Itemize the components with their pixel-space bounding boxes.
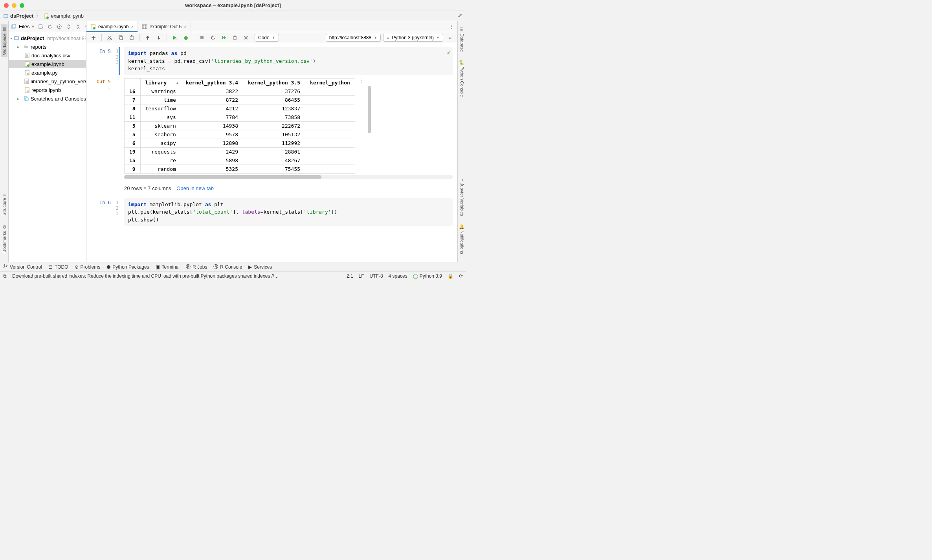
close-window-button[interactable] [4, 3, 9, 8]
cut-button[interactable] [105, 33, 114, 42]
cell-type-selector[interactable]: Code ▼ [255, 34, 279, 42]
code-cell-in5[interactable]: In 5 123 ✔ import pandas as pd kernel_st… [91, 47, 453, 75]
kernel-selector[interactable]: ○ Python 3 (ipykernel) ▼ [383, 34, 443, 42]
tool-todo[interactable]: ☲ TODO [48, 264, 68, 270]
sync-icon[interactable]: ⟳ [459, 273, 463, 279]
status-encoding[interactable]: UTF-8 [370, 273, 383, 279]
status-line-sep[interactable]: LF [359, 273, 364, 279]
toolbar-overflow-icon[interactable]: » [446, 33, 455, 42]
table-header-kp34[interactable]: kernel_python 3.4 [181, 78, 243, 87]
tab-example-out5[interactable]: example: Out 5 × [138, 21, 191, 32]
status-cursor-pos[interactable]: 2:1 [347, 273, 353, 279]
table-row[interactable]: 5seaborn9578105132 [125, 130, 355, 139]
svg-point-24 [27, 73, 29, 75]
tool-terminal-label: Terminal [162, 264, 180, 270]
clear-output-button[interactable] [241, 33, 251, 42]
tool-problems[interactable]: ⊘ Problems [75, 264, 101, 270]
target-icon[interactable] [56, 23, 63, 30]
table-row[interactable]: 8tensorflow4212123837 [125, 104, 355, 113]
close-tab-icon[interactable]: × [131, 24, 133, 29]
table-row[interactable]: 9random532575455 [125, 165, 355, 173]
table-index-header[interactable] [125, 78, 141, 87]
cell-code-in5[interactable]: ✔ import pandas as pd kernel_stats = pd.… [124, 47, 453, 75]
tool-terminal[interactable]: ▣ Terminal [156, 264, 180, 270]
cell-code-in6[interactable]: import matplotlib.pyplot as plt plt.pie(… [124, 198, 453, 226]
table-row[interactable]: 3sklearn14938222672 [125, 121, 355, 130]
rail-jupyter-variables-tab[interactable]: ≡ Jupyter Variables [459, 176, 465, 218]
collapse-output-icon[interactable]: ⌄ [108, 84, 111, 90]
tree-file-doc-analytics[interactable]: doc-analytics.csv [9, 51, 86, 60]
delete-cell-button[interactable] [230, 33, 240, 42]
tool-python-packages[interactable]: ⬢ Python Packages [106, 264, 149, 270]
tool-r-jobs[interactable]: Ⓡ R Jobs [186, 264, 207, 270]
minimize-window-button[interactable] [12, 3, 17, 8]
table-scrollbar-vertical[interactable] [368, 86, 371, 133]
interrupt-button[interactable] [197, 33, 207, 42]
table-header-kp35[interactable]: kernel_python 3.5 [243, 78, 305, 87]
table-row[interactable]: 19requests242928801 [125, 147, 355, 156]
files-selector[interactable]: Files ▼ [19, 24, 35, 29]
tree-root[interactable]: ▾ dsProject http://localhost:8888 from /… [9, 34, 86, 42]
table-menu-icon[interactable]: ⋮ [355, 77, 367, 84]
server-selector[interactable]: http://localhost:8888 ▼ [326, 34, 381, 42]
rail-database-tab[interactable]: ⛁ Database [459, 24, 465, 54]
edit-pen-icon[interactable] [457, 13, 463, 18]
tab-example-ipynb[interactable]: example.ipynb × [86, 21, 138, 32]
move-down-button[interactable] [154, 33, 163, 42]
tree-scratches[interactable]: ▸ Scratches and Consoles [9, 94, 86, 103]
status-hide-icon[interactable]: ⧉ [3, 273, 7, 279]
tabs-overflow-icon[interactable]: ⋮ [446, 21, 457, 32]
tree-folder-reports[interactable]: ▸ reports [9, 42, 86, 51]
run-cell-button[interactable]: I [170, 33, 180, 42]
close-tab-icon[interactable]: × [184, 24, 186, 29]
table-header-kp-next[interactable]: kernel_python [305, 78, 355, 87]
paste-button[interactable] [127, 33, 136, 42]
tool-r-console[interactable]: Ⓡ R Console [213, 264, 242, 270]
r-icon: Ⓡ [186, 264, 191, 270]
breadcrumb-file[interactable]: example.ipynb [44, 13, 84, 19]
table-row[interactable]: 6scipy12898112992 [125, 139, 355, 147]
rail-bookmarks-tab[interactable]: Bookmarks ⎙ [1, 223, 7, 255]
table-row[interactable]: 11sys778473858 [125, 113, 355, 121]
status-interpreter[interactable]: ◯ Python 3.9 [413, 273, 442, 279]
tree-file-libraries-csv[interactable]: libraries_by_python_version.csv [9, 77, 86, 86]
table-row[interactable]: 7time872286455 [125, 95, 355, 104]
svg-rect-35 [142, 25, 147, 29]
table-scrollbar-horizontal[interactable] [124, 175, 453, 179]
dataframe-table[interactable]: library kernel_python 3.4 kernel_python … [124, 78, 355, 174]
run-all-button[interactable] [219, 33, 229, 42]
tree-file-reports-ipynb[interactable]: reports.ipynb [9, 86, 86, 94]
rail-structure-tab[interactable]: Structure ⁝⁝ [1, 191, 7, 218]
code-cell-in6[interactable]: In 6 123 import matplotlib.pyplot as plt… [91, 198, 453, 226]
table-cell-kp34: 5325 [181, 165, 243, 173]
table-cell-kp35: 75455 [243, 165, 305, 173]
expand-all-icon[interactable] [65, 23, 72, 30]
move-up-button[interactable] [143, 33, 152, 42]
window-title: workspace – example.ipynb [dsProject] [185, 2, 281, 8]
add-cell-button[interactable] [89, 33, 98, 42]
maximize-window-button[interactable] [20, 3, 24, 8]
debug-cell-button[interactable] [181, 33, 191, 42]
tool-version-control[interactable]: Version Control [3, 264, 42, 270]
breadcrumb-project[interactable]: dsProject [3, 13, 33, 19]
table-header-library[interactable]: library [140, 78, 181, 87]
notebook-file-icon [90, 24, 96, 29]
rail-python-console-tab[interactable]: 🐍 Python Console [459, 57, 465, 99]
table-row[interactable]: 16warnings382237276 [125, 87, 355, 95]
lock-icon[interactable]: 🔒 [448, 273, 453, 279]
copy-button[interactable] [116, 33, 125, 42]
status-indent[interactable]: 4 spaces [389, 273, 407, 279]
table-row[interactable]: 15re589848267 [125, 156, 355, 165]
rail-workspace-tab[interactable]: Workspace ▦ [1, 24, 7, 57]
refresh-icon[interactable] [46, 23, 53, 30]
rail-notifications-tab[interactable]: 🔔 Notifications [459, 221, 465, 256]
status-message[interactable]: Download pre-built shared indexes: Reduc… [12, 273, 279, 279]
restart-button[interactable] [208, 33, 218, 42]
tree-file-example-py[interactable]: example.py [9, 68, 86, 77]
new-file-icon[interactable]: + [37, 23, 44, 30]
table-cell-kp35: 37276 [243, 87, 305, 95]
collapse-all-icon[interactable] [75, 23, 82, 30]
tool-services[interactable]: ▶ Services [248, 264, 272, 270]
tree-file-example-ipynb[interactable]: example.ipynb [9, 60, 86, 68]
open-in-new-tab-link[interactable]: Open in new tab [176, 185, 214, 191]
